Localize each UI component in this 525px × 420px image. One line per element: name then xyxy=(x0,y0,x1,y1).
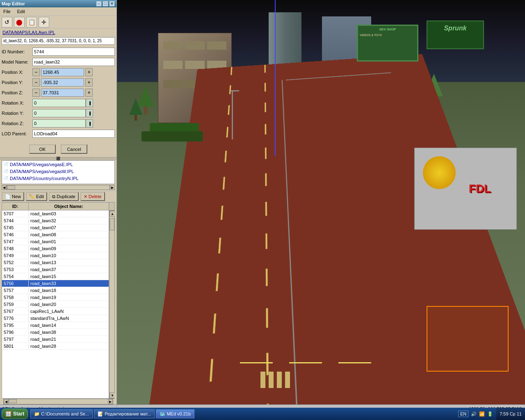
table-row[interactable]: 5758road_lawn19 xyxy=(2,294,109,301)
table-row[interactable]: 5746road_lawn08 xyxy=(2,231,109,238)
rot-x-input[interactable] xyxy=(32,99,86,107)
table-row[interactable]: 5754road_lawn15 xyxy=(2,273,109,280)
start-icon: 🪟 xyxy=(5,411,11,417)
table-row[interactable]: 5747road_lawn01 xyxy=(2,238,109,245)
col-id-header: ID: xyxy=(2,203,29,210)
move-button[interactable]: ✛ xyxy=(39,17,49,27)
rot-y-slider[interactable]: ▐ xyxy=(86,109,93,117)
hscroll-right[interactable]: ▶ xyxy=(110,185,115,190)
start-button[interactable]: 🪟 Start xyxy=(2,409,28,419)
file-list-item[interactable]: 📄 DATA/MAPS/vegas/vegasE.IPL xyxy=(2,161,114,168)
save-button[interactable]: 📋 xyxy=(26,17,37,27)
id-label: ID Number: xyxy=(2,49,32,54)
panel-divider[interactable]: ⬛ xyxy=(0,157,116,160)
table-cell-name: road_lawn03 xyxy=(29,211,109,217)
billboard-sprunkit: Sprunk xyxy=(427,21,484,49)
taskbar-item-3[interactable]: 🗺️ MEd v0.21b xyxy=(156,409,194,418)
pos-y-plus[interactable]: + xyxy=(85,78,93,87)
rail-horizontal xyxy=(286,72,391,80)
record-button[interactable]: ⬤ xyxy=(14,17,25,27)
hscroll-left[interactable]: ◀ xyxy=(2,185,7,190)
table-row[interactable]: 5744road_lawn32 xyxy=(2,217,109,224)
id-input[interactable] xyxy=(32,48,115,56)
ok-button[interactable]: OK xyxy=(29,144,56,154)
file-list-item-2[interactable]: 📄 DATA/MAPS/vegas/vegasW.IPL xyxy=(2,168,114,175)
vscroll-up[interactable]: ▲ xyxy=(110,211,115,217)
file-menu[interactable]: File xyxy=(2,8,12,15)
lod-input[interactable] xyxy=(32,130,115,138)
pos-x-spinners: − + xyxy=(32,68,93,76)
table-row[interactable]: 5707road_lawn03 xyxy=(2,210,109,217)
duplicate-button[interactable]: ⧉ Duplicate xyxy=(49,192,79,201)
table-row[interactable]: 5759road_lawn20 xyxy=(2,301,109,308)
new-button[interactable]: 📄 New xyxy=(2,192,24,201)
lod-label: LOD Parent: xyxy=(2,131,32,136)
table-cell-id: 5745 xyxy=(2,225,29,231)
pos-z-spinners: − + xyxy=(32,89,93,97)
rot-x-slider[interactable]: ▐ xyxy=(86,99,93,107)
table-row[interactable]: 5795road_lawn14 xyxy=(2,322,109,329)
billboard-text-1: SEX SHOP xyxy=(358,26,417,33)
maximize-button[interactable]: □ xyxy=(103,1,108,7)
rot-z-slider[interactable]: ▐ xyxy=(86,119,93,128)
table-hscroll: ◀ ▶ xyxy=(3,399,113,404)
model-input[interactable] xyxy=(32,58,115,66)
table-row[interactable]: 5801road_lawn28 xyxy=(2,343,109,350)
pos-y-row: Position Y: − + xyxy=(2,78,115,87)
cancel-button[interactable]: Cancel xyxy=(61,144,87,154)
pos-z-plus[interactable]: + xyxy=(85,89,93,97)
table-header: ID: Object Name: xyxy=(2,202,115,210)
delete-button[interactable]: ✕ Delete xyxy=(80,192,105,201)
vscroll-down[interactable]: ▼ xyxy=(110,393,115,398)
edit-menu[interactable]: Edit xyxy=(16,8,27,15)
table-cell-id: 5746 xyxy=(2,232,29,237)
table-row[interactable]: 5752road_lawn13 xyxy=(2,259,109,266)
close-button[interactable]: ✕ xyxy=(109,1,115,7)
vscroll-thumb[interactable] xyxy=(110,218,114,231)
pos-y-input[interactable] xyxy=(41,78,84,87)
file-list-item-3[interactable]: 📄 DATA/MAPS/country/countryN.IPL xyxy=(2,175,114,182)
table-row[interactable]: 5797road_lawn21 xyxy=(2,336,109,343)
edit-button[interactable]: ✏️ Edit xyxy=(26,192,47,201)
crosswalk xyxy=(260,372,290,388)
table-cell-name: road_lawn28 xyxy=(29,343,109,349)
rot-z-input[interactable] xyxy=(32,119,86,128)
taskbar-item-2[interactable]: 📝 Редактирование мат... xyxy=(94,409,155,418)
pos-x-plus[interactable]: + xyxy=(85,68,93,76)
table-row[interactable]: 5757road_lawn18 xyxy=(2,287,109,294)
table-row[interactable]: 5749road_lawn10 xyxy=(2,252,109,259)
table-hscroll-track[interactable] xyxy=(9,399,108,404)
table-row[interactable]: 5756road_lawn33 xyxy=(2,280,109,287)
pos-x-input[interactable] xyxy=(41,68,84,76)
rot-y-input[interactable] xyxy=(32,109,86,117)
pos-y-label: Position Y: xyxy=(2,80,32,85)
table-row[interactable]: 5776standardTra_LAwN xyxy=(2,315,109,322)
table-row[interactable]: 5745road_lawn07 xyxy=(2,224,109,231)
table-row[interactable]: 5753road_lawn37 xyxy=(2,266,109,273)
table-hscroll-left[interactable]: ◀ xyxy=(4,399,9,404)
taskbar-item-1-icon: 📁 xyxy=(34,411,40,417)
undo-button[interactable]: ↺ xyxy=(2,17,12,27)
table-vscroll: ▲ ▼ xyxy=(109,210,115,399)
hscroll-track[interactable] xyxy=(7,185,110,190)
table-row[interactable]: 5748road_lawn09 xyxy=(2,245,109,252)
table-row[interactable]: 5796road_lawn38 xyxy=(2,329,109,336)
pos-z-minus[interactable]: − xyxy=(32,89,40,97)
rot-y-label: Rotation Y: xyxy=(2,111,32,116)
pos-z-input[interactable] xyxy=(41,89,84,97)
table-hscroll-right[interactable]: ▶ xyxy=(108,399,113,404)
taskbar-item-3-icon: 🗺️ xyxy=(160,411,165,417)
taskbar-item-1[interactable]: 📁 C:\Documents and Se... xyxy=(30,409,93,418)
pos-y-minus[interactable]: − xyxy=(32,78,40,87)
duplicate-label: Duplicate xyxy=(57,194,75,199)
hscroll-thumb[interactable] xyxy=(7,185,15,189)
table-hscroll-thumb[interactable] xyxy=(9,399,17,403)
table-cell-name: road_lawn32 xyxy=(29,218,109,224)
ipl-path[interactable]: DATA/MAPS/LA/LAwn.IPL xyxy=(0,29,116,37)
rot-x-label: Rotation X: xyxy=(2,100,32,105)
table-cell-id: 5749 xyxy=(2,253,29,258)
new-label: New xyxy=(12,194,21,199)
pos-x-minus[interactable]: − xyxy=(32,68,40,76)
minimize-button[interactable]: ─ xyxy=(96,1,102,7)
table-row[interactable]: 5767capiRec1_LAwN xyxy=(2,308,109,315)
